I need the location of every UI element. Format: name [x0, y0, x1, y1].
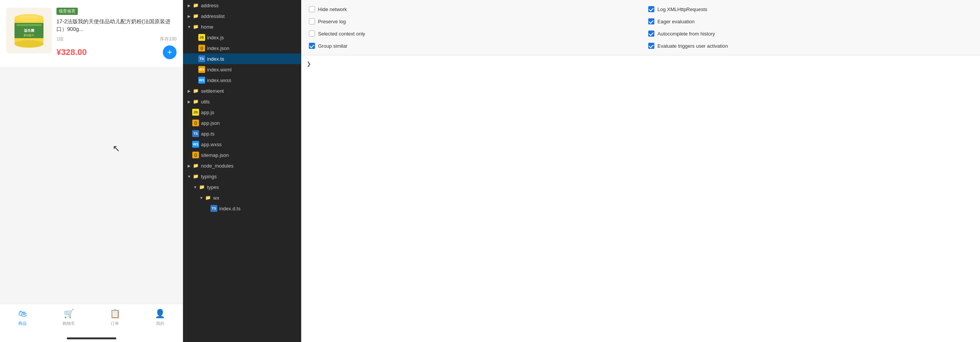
svg-point-2 [14, 40, 43, 48]
home-bar [67, 337, 116, 339]
file-icon-index-ts: TS [198, 55, 205, 62]
expand-button[interactable]: ❯ [305, 60, 313, 68]
file-icon-index-wxss: WS [198, 77, 205, 84]
tree-item-sitemap-json[interactable]: {}sitemap.json [183, 150, 301, 160]
orders-icon: 📋 [109, 308, 120, 319]
checkbox-evaluate-triggers[interactable] [648, 43, 654, 49]
option-row-selected-context: Selected context only [309, 27, 633, 40]
tree-item-addresslist[interactable]: ▶📁addresslist [183, 11, 301, 21]
nav-item-profile[interactable]: 👤 我的 [155, 308, 165, 326]
file-tree-panel: ▶📁address▶📁addresslist▼📁homeJSindex.js{}… [183, 0, 301, 342]
tree-item-index-d-ts[interactable]: TSindex.d.ts [183, 203, 301, 214]
tree-item-wx[interactable]: ▼📁wx [183, 192, 301, 203]
tree-item-index-json[interactable]: {}index.json [183, 43, 301, 53]
tree-item-typings[interactable]: ▼📁typings [183, 171, 301, 182]
folder-icon-types: 📁 [198, 184, 205, 190]
file-icon-index-d-ts: TS [210, 205, 217, 212]
checkbox-log-xmlhttp[interactable] [648, 6, 654, 12]
product-card: 益生菌 婴幼配方 领育领育 17-2法版我的天使佳品幼儿配方奶粉(法国原装进口）… [0, 0, 183, 67]
checkbox-preserve-log[interactable] [309, 18, 315, 24]
folder-icon-typings: 📁 [192, 173, 199, 180]
checkbox-hide-network[interactable] [309, 6, 315, 12]
tree-arrow-home: ▼ [186, 25, 192, 29]
option-row-eager-eval: Eager evaluation [648, 15, 972, 27]
option-row-evaluate-triggers: Evaluate triggers user activation [648, 40, 972, 52]
options-col-left: Hide networkPreserve logSelected context… [309, 3, 633, 52]
folder-icon-utils: 📁 [192, 98, 199, 105]
folder-icon-home: 📁 [192, 23, 199, 30]
nav-item-goods[interactable]: 🛍 商品 [17, 308, 28, 326]
tree-arrow-addresslist: ▶ [186, 14, 192, 18]
file-icon-sitemap-json: {} [192, 152, 199, 158]
tree-name-settlement: settlement [201, 88, 301, 94]
tree-item-index-ts[interactable]: TSindex.ts [183, 53, 301, 64]
profile-icon: 👤 [155, 308, 165, 319]
checkbox-autocomplete-history[interactable] [648, 31, 654, 37]
tree-item-app-js[interactable]: JSapp.js [183, 107, 301, 118]
cursor-icon: ↖ [112, 143, 120, 154]
file-icon-app-ts: TS [192, 130, 199, 137]
folder-icon-address: 📁 [192, 2, 199, 9]
tree-name-types: types [207, 184, 301, 190]
options-col-right: Log XMLHttpRequestsEager evaluationAutoc… [648, 3, 972, 52]
svg-rect-8 [19, 16, 39, 18]
tree-name-app-ts: app.ts [201, 131, 301, 137]
product-meta: 1段 库存100 [56, 36, 177, 42]
mobile-panel: 益生菌 婴幼配方 领育领育 17-2法版我的天使佳品幼儿配方奶粉(法国原装进口）… [0, 0, 183, 342]
tree-name-app-js: app.js [201, 110, 301, 115]
devtools-options: Hide networkPreserve logSelected context… [301, 0, 980, 55]
home-indicator [0, 334, 183, 342]
tree-item-index-wxml[interactable]: WXindex.wxml [183, 64, 301, 75]
tree-item-types[interactable]: ▼📁types [183, 182, 301, 192]
product-price: ¥328.00 [56, 47, 87, 57]
tree-name-wx: wx [213, 195, 301, 201]
option-label-selected-context: Selected context only [318, 31, 365, 37]
tree-item-app-ts[interactable]: TSapp.ts [183, 128, 301, 139]
checkbox-group-similar[interactable] [309, 43, 315, 49]
product-image: 益生菌 婴幼配方 [6, 8, 52, 53]
tree-name-index-d-ts: index.d.ts [219, 206, 301, 211]
nav-item-cart[interactable]: 🛒 购物车 [63, 308, 75, 326]
tree-name-index-wxss: index.wxss [207, 77, 301, 83]
file-icon-index-wxml: WX [198, 66, 205, 73]
checkbox-selected-context[interactable] [309, 31, 315, 37]
tree-name-address: address [201, 3, 301, 8]
tree-name-app-json: app.json [201, 120, 301, 126]
tree-name-home: home [201, 24, 301, 30]
option-label-eager-eval: Eager evaluation [657, 19, 695, 24]
tree-item-app-wxss[interactable]: WSapp.wxss [183, 139, 301, 150]
file-icon-app-json: {} [192, 119, 199, 126]
goods-icon: 🛍 [17, 308, 28, 319]
option-label-preserve-log: Preserve log [318, 19, 346, 24]
tree-arrow-node-modules: ▶ [186, 164, 192, 168]
tree-item-address[interactable]: ▶📁address [183, 0, 301, 11]
tree-name-typings: typings [201, 174, 301, 179]
devtools-content: ❯ [301, 55, 980, 342]
checkbox-eager-eval[interactable] [648, 18, 654, 24]
tree-item-utils[interactable]: ▶📁utils [183, 96, 301, 107]
devtools-panel: Hide networkPreserve logSelected context… [301, 0, 980, 342]
tree-item-settlement[interactable]: ▶📁settlement [183, 86, 301, 96]
tree-name-utils: utils [201, 99, 301, 105]
nav-label-profile: 我的 [156, 321, 164, 326]
tree-name-index-js: index.js [207, 35, 301, 40]
tree-item-home[interactable]: ▼📁home [183, 21, 301, 32]
nav-label-goods: 商品 [18, 321, 27, 326]
option-row-group-similar: Group similar [309, 40, 633, 52]
mobile-content: ↖ [0, 67, 183, 304]
tree-arrow-types: ▼ [192, 185, 198, 189]
tree-item-index-wxss[interactable]: WSindex.wxss [183, 75, 301, 86]
product-info: 领育领育 17-2法版我的天使佳品幼儿配方奶粉(法国原装进口）900g... 1… [56, 8, 177, 59]
tree-arrow-utils: ▶ [186, 100, 192, 104]
tree-name-node-modules: node_modules [201, 163, 301, 169]
tree-item-node-modules[interactable]: ▶📁node_modules [183, 160, 301, 171]
shop-tag: 领育领育 [56, 8, 177, 15]
nav-item-orders[interactable]: 📋 订单 [109, 308, 120, 326]
add-to-cart-button[interactable]: + [163, 45, 177, 59]
tree-item-app-json[interactable]: {}app.json [183, 118, 301, 128]
option-label-log-xmlhttp: Log XMLHttpRequests [657, 6, 707, 12]
product-price-row: ¥328.00 + [56, 45, 177, 59]
tree-item-index-js[interactable]: JSindex.js [183, 32, 301, 43]
option-row-autocomplete-history: Autocomplete from history [648, 27, 972, 40]
option-label-autocomplete-history: Autocomplete from history [657, 31, 715, 37]
